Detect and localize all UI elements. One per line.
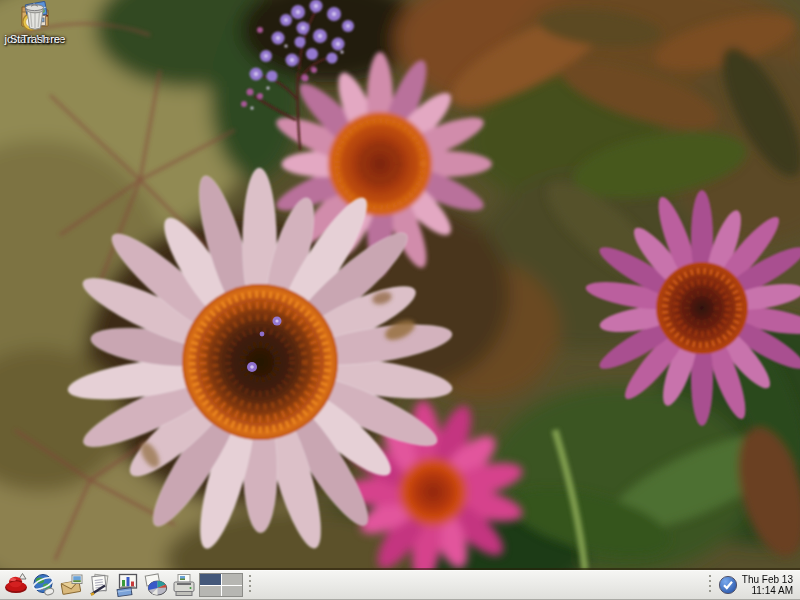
workspace-3[interactable] xyxy=(200,586,221,597)
spreadsheet-chart-icon xyxy=(115,572,141,598)
workspace-4[interactable] xyxy=(222,586,243,597)
workspace-2[interactable] xyxy=(222,574,243,585)
desktop-screen: john's Home Start Here xyxy=(0,0,800,600)
printer-icon xyxy=(171,572,197,598)
red-hat-icon xyxy=(3,572,29,598)
launcher-email[interactable] xyxy=(58,572,86,599)
presentation-pie-icon xyxy=(143,572,169,598)
word-processor-icon xyxy=(87,572,113,598)
web-browser-globe-icon xyxy=(31,572,57,598)
launcher-presentation[interactable] xyxy=(142,572,170,599)
bottom-panel: Thu Feb 13 11:14 AM xyxy=(0,570,800,600)
workspace-switcher xyxy=(199,573,243,597)
launcher-word-processor[interactable] xyxy=(86,572,114,599)
clock-time: 11:14 AM xyxy=(742,585,793,596)
trash-icon xyxy=(19,0,51,32)
clock-date: Thu Feb 13 xyxy=(742,574,793,585)
update-notification[interactable] xyxy=(717,574,739,596)
applet-drag-handle[interactable] xyxy=(707,574,714,596)
launcher-print-manager[interactable] xyxy=(170,572,198,599)
launcher-web-browser[interactable] xyxy=(30,572,58,599)
email-envelope-icon xyxy=(59,572,85,598)
wallpaper-flowers-graphic xyxy=(0,0,800,570)
applet-drag-handle[interactable] xyxy=(246,574,253,596)
wallpaper-image xyxy=(0,0,800,570)
launcher-main-menu[interactable] xyxy=(2,572,30,599)
workspace-1[interactable] xyxy=(200,574,221,585)
desktop-icon-label: Trash xyxy=(21,33,49,45)
desktop-icon-trash[interactable]: Trash xyxy=(0,0,70,45)
launcher-spreadsheet[interactable] xyxy=(114,572,142,599)
update-check-icon xyxy=(718,575,738,595)
clock-applet[interactable]: Thu Feb 13 11:14 AM xyxy=(739,574,798,596)
